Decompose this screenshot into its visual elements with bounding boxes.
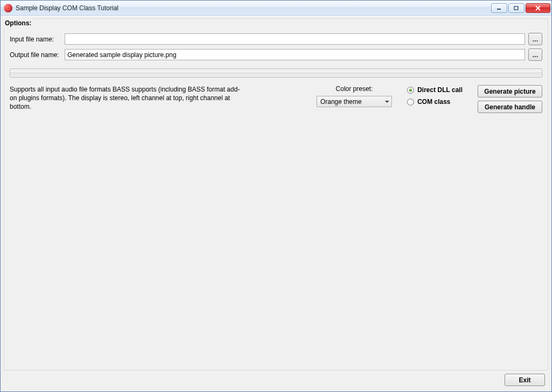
output-file-field[interactable] — [65, 49, 525, 60]
svg-rect-1 — [514, 6, 518, 10]
minimize-button[interactable] — [491, 3, 507, 13]
main-window: Sample Display COM Class Tutorial Option… — [0, 0, 552, 392]
call-mode-radios: Direct DLL call COM class — [407, 85, 463, 113]
close-button[interactable] — [526, 3, 550, 13]
maximize-button[interactable] — [508, 3, 525, 13]
titlebar[interactable]: Sample Display COM Class Tutorial — [1, 1, 551, 16]
preset-select[interactable]: Orange theme — [316, 96, 392, 107]
chevron-down-icon — [385, 101, 389, 103]
client-area: Options: Input file name: ... Output fil… — [1, 16, 551, 391]
output-file-label: Output file name: — [10, 51, 61, 59]
radio-icon — [407, 99, 414, 106]
preset-column: Color preset: Orange theme — [316, 85, 392, 113]
control-row: Supports all input audio file formats BA… — [10, 85, 542, 113]
window-title: Sample Display COM Class Tutorial — [16, 4, 490, 12]
minimize-icon — [496, 6, 502, 10]
app-icon — [4, 4, 12, 12]
input-file-label: Input file name: — [10, 36, 61, 43]
options-groupbox: Options: Input file name: ... Output fil… — [4, 18, 548, 370]
output-browse-button[interactable]: ... — [528, 48, 542, 61]
progress-bar — [10, 68, 542, 78]
window-controls — [490, 3, 550, 13]
help-text: Supports all input audio file formats BA… — [10, 85, 247, 113]
generate-handle-button[interactable]: Generate handle — [478, 101, 542, 113]
exit-button[interactable]: Exit — [505, 374, 545, 386]
generate-picture-button[interactable]: Generate picture — [478, 85, 542, 97]
output-file-row: Output file name: ... — [10, 48, 542, 61]
radio-icon — [407, 87, 414, 94]
footer: Exit — [1, 372, 551, 391]
preset-label: Color preset: — [336, 85, 373, 93]
generate-buttons: Generate picture Generate handle — [478, 85, 542, 113]
input-browse-button[interactable]: ... — [528, 33, 542, 45]
radio-dll-label: Direct DLL call — [417, 86, 463, 94]
maximize-icon — [514, 6, 519, 10]
input-file-row: Input file name: ... — [10, 33, 542, 45]
options-header: Options: — [4, 18, 33, 28]
radio-com-class[interactable]: COM class — [407, 98, 463, 106]
close-icon — [535, 5, 541, 11]
radio-com-label: COM class — [417, 98, 450, 106]
input-file-field[interactable] — [65, 33, 525, 45]
radio-direct-dll[interactable]: Direct DLL call — [407, 86, 463, 94]
preset-selected-text: Orange theme — [320, 98, 385, 106]
controls-right: Color preset: Orange theme Direct DLL ca… — [316, 85, 542, 113]
